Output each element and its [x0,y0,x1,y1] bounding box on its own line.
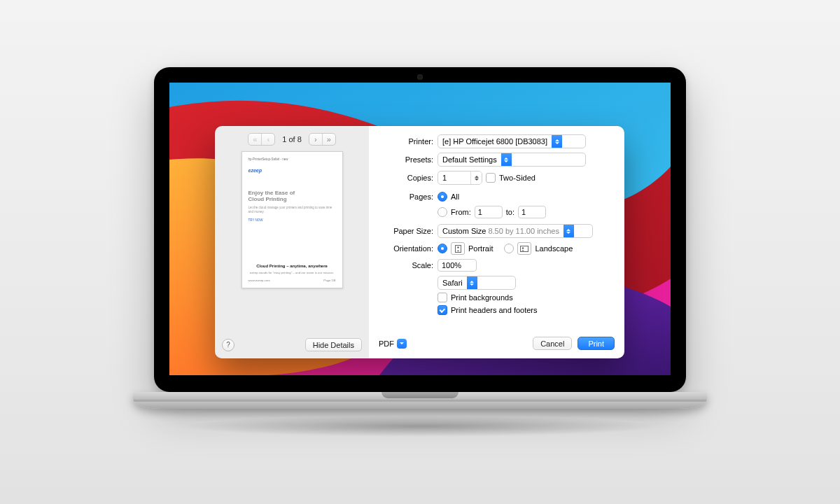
presets-label: Presets: [373,155,438,164]
preview-nav: « ‹ 1 of 8 › » [215,126,369,150]
chevron-down-icon [397,339,407,349]
svg-point-2 [457,246,459,248]
stepper-arrows-icon [470,172,482,184]
screen: « ‹ 1 of 8 › » hp-PrinterSetup-Safari - … [169,83,671,375]
paper-size-value: Custom Size [442,227,486,235]
page-thumbnail: hp-PrinterSetup-Safari - new ezeep Enjoy… [241,151,343,288]
orientation-landscape-radio[interactable] [504,244,514,253]
app-name: Safari [438,279,467,287]
two-sided-checkbox[interactable] [486,173,496,183]
chevron-updown-icon [501,153,512,166]
paper-size-label: Paper Size: [373,227,438,235]
pages-to-label: to: [506,208,514,216]
print-headers-checkbox[interactable] [438,305,447,315]
scale-label: Scale: [373,261,438,270]
drop-shadow [182,416,658,437]
printer-value: [e] HP Officejet 6800 [DB3083] [438,137,552,146]
svg-point-4 [522,247,524,249]
orientation-label: Orientation: [373,244,438,253]
thumb-footer-right: Page 1/8 [323,279,335,282]
prev-page-button[interactable]: ‹ [261,134,274,145]
print-backgrounds-checkbox[interactable] [438,293,447,302]
pages-range-radio[interactable] [438,207,447,217]
thumb-footer-left: www.ezeep.com [248,279,270,282]
thumb-logo: ezeep [248,168,336,173]
pages-all-label: All [451,192,459,201]
chevron-updown-icon [467,276,477,289]
pages-all-radio[interactable] [438,192,447,202]
options-pane: Printer: [e] HP Officejet 6800 [DB3083] … [369,126,624,358]
thumb-banner: Cloud Printing – anytime, anywhere [248,264,336,268]
paper-size-popup[interactable]: Custom Size 8.50 by 11.00 inches [438,224,593,238]
presets-value: Default Settings [438,155,501,164]
thumb-heading: Enjoy the Ease of Cloud Printing [248,190,336,202]
next-page-seg: › » [309,133,336,146]
next-page-button[interactable]: › [309,134,322,145]
laptop-base [133,392,707,409]
last-page-button[interactable]: » [322,134,335,145]
pages-label: Pages: [373,192,438,201]
chevron-updown-icon [552,135,562,148]
paper-dims: 8.50 by 11.00 inches [488,227,559,235]
laptop-mock: « ‹ 1 of 8 › » hp-PrinterSetup-Safari - … [154,67,686,437]
landscape-label: Landscape [535,244,573,253]
print-headers-label: Print headers and footers [451,306,538,314]
screen-bezel: « ‹ 1 of 8 › » hp-PrinterSetup-Safari - … [154,67,686,392]
page-indicator: 1 of 8 [282,135,302,144]
camera-dot [417,74,423,80]
help-button[interactable]: ? [222,339,234,351]
thumb-sub: Let the cloud manage your printers and p… [248,206,336,214]
first-page-button[interactable]: « [248,134,261,145]
pdf-label: PDF [379,340,394,348]
print-dialog: « ‹ 1 of 8 › » hp-PrinterSetup-Safari - … [215,126,624,358]
two-sided-label: Two-Sided [499,174,536,182]
thumb-header: hp-PrinterSetup-Safari - new [248,158,336,161]
pages-from-field[interactable]: 1 [475,206,503,218]
cancel-button[interactable]: Cancel [533,337,572,350]
pages-from-label: From: [451,208,471,216]
svg-rect-3 [521,246,528,251]
copies-stepper[interactable]: 1 [438,171,482,185]
print-backgrounds-label: Print backgrounds [451,293,513,302]
portrait-icon [451,242,465,255]
printer-label: Printer: [373,137,438,146]
printer-popup[interactable]: [e] HP Officejet 6800 [DB3083] [438,134,586,148]
print-button[interactable]: Print [578,337,615,350]
hide-details-button[interactable]: Hide Details [305,338,362,351]
hinge-notch [382,392,458,398]
portrait-label: Portrait [468,244,493,253]
copies-label: Copies: [373,174,438,182]
prev-page-seg: « ‹ [248,133,275,146]
copies-value: 1 [438,174,470,182]
orientation-portrait-radio[interactable] [438,244,447,253]
pdf-menu[interactable]: PDF [379,339,407,349]
landscape-icon [517,242,531,255]
scale-field[interactable]: 100% [438,259,477,272]
preview-pane: « ‹ 1 of 8 › » hp-PrinterSetup-Safari - … [215,126,369,358]
pages-to-field[interactable]: 1 [518,206,546,218]
chevron-updown-icon [564,225,574,237]
app-options-popup[interactable]: Safari [438,276,516,290]
thumb-tagline: ezeep stands for "easy printing" – and o… [248,271,336,274]
presets-popup[interactable]: Default Settings [438,153,586,167]
